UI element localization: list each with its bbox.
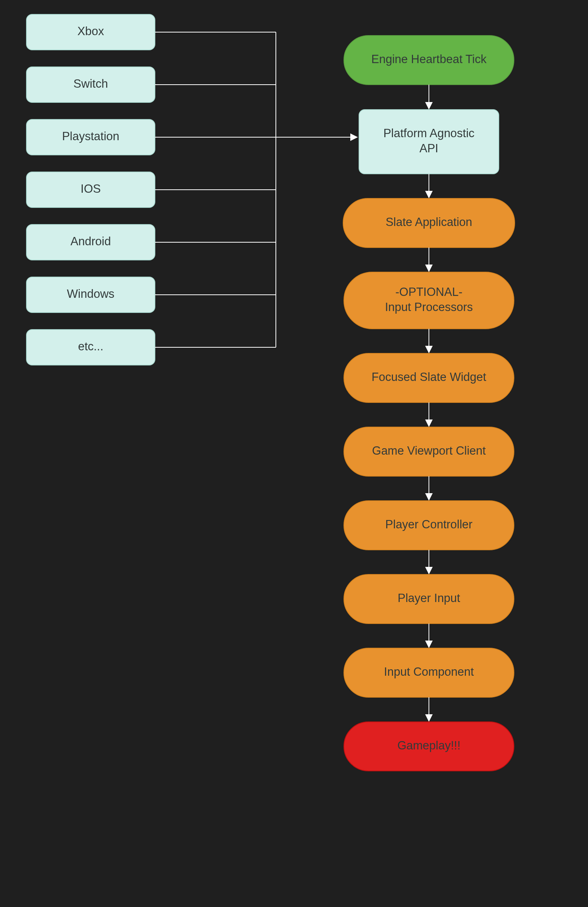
node-label: API xyxy=(420,142,438,155)
platform-label: etc... xyxy=(78,340,103,353)
node-label: Game Viewport Client xyxy=(372,444,486,457)
platform-label: Playstation xyxy=(62,130,119,143)
platform-label: Xbox xyxy=(77,24,104,38)
node-label: Focused Slate Widget xyxy=(372,370,486,384)
platform-label: Android xyxy=(70,235,111,248)
node-label: Engine Heartbeat Tick xyxy=(371,53,487,66)
platform-boxes: Xbox Switch Playstation IOS Android Wind… xyxy=(26,14,155,365)
node-label: Input Processors xyxy=(385,300,473,314)
node-label: Platform Agnostic xyxy=(383,127,474,140)
node-label: Player Input xyxy=(397,591,460,605)
platform-label: Switch xyxy=(73,77,108,90)
node-label: -OPTIONAL- xyxy=(395,285,462,298)
node-label: Slate Application xyxy=(385,215,472,229)
node-label: Gameplay!!! xyxy=(397,739,460,752)
node-label: Input Component xyxy=(384,665,474,678)
platform-label: Windows xyxy=(67,287,114,300)
node-label: Player Controller xyxy=(385,518,473,531)
flow-diagram: Xbox Switch Playstation IOS Android Wind… xyxy=(0,0,588,907)
platform-connectors xyxy=(155,32,357,347)
platform-label: IOS xyxy=(80,182,101,196)
pipeline: Engine Heartbeat Tick Platform Agnostic … xyxy=(343,35,515,771)
